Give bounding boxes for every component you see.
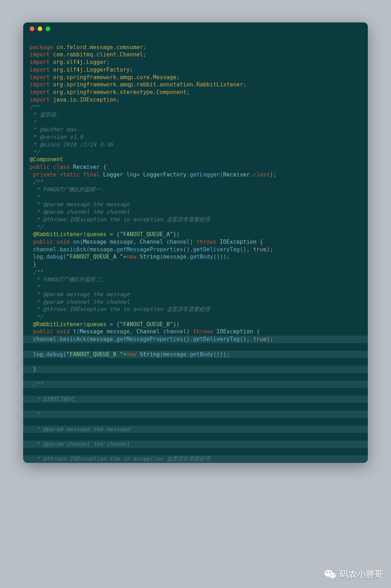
package-name: cn.felord.message.comsumer <box>56 44 143 51</box>
window-titlebar <box>23 22 368 35</box>
svg-point-3 <box>329 572 331 573</box>
annotation-component: @Component <box>30 156 63 163</box>
svg-point-1 <box>329 573 336 579</box>
keyword-package: package <box>30 44 53 51</box>
watermark: 码农小胖哥 <box>324 568 383 580</box>
svg-point-2 <box>327 572 328 573</box>
code-terminal-window: package cn.felord.message.comsumer; impo… <box>23 22 368 463</box>
class-name: Receiver <box>73 164 100 170</box>
code-block: package cn.felord.message.comsumer; impo… <box>23 35 368 463</box>
svg-point-4 <box>331 575 332 575</box>
wechat-icon <box>324 570 336 579</box>
close-icon[interactable] <box>30 26 34 31</box>
watermark-text: 码农小胖哥 <box>340 568 383 580</box>
minimize-icon[interactable] <box>38 26 42 31</box>
svg-point-5 <box>333 575 334 575</box>
maximize-icon[interactable] <box>46 26 50 31</box>
